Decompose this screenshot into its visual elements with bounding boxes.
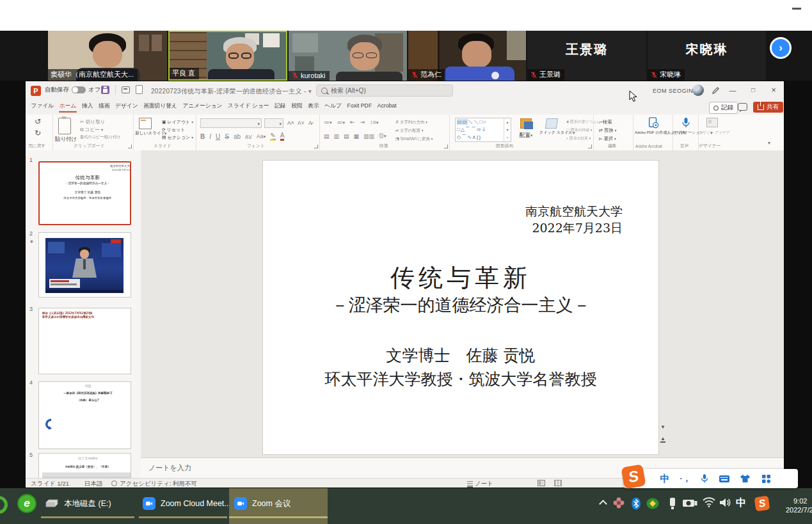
drawing-dialog-launcher[interactable] bbox=[588, 145, 592, 148]
tray-flower-icon[interactable] bbox=[613, 497, 625, 509]
previous-slide-button[interactable]: ▼ bbox=[660, 424, 665, 430]
paste-icon[interactable] bbox=[58, 118, 71, 134]
new-slide-icon[interactable] bbox=[139, 118, 152, 129]
usb-device-icon[interactable] bbox=[668, 497, 677, 510]
tab-animations[interactable]: アニメーション bbox=[182, 102, 223, 113]
decrease-indent-button[interactable]: ⇤ bbox=[350, 119, 355, 125]
replace-button[interactable]: ⇄ 置換 ▾ bbox=[599, 127, 619, 134]
taskbar-item-zoom-cloud-meetings[interactable]: Zoom Cloud Meet... bbox=[138, 488, 228, 519]
close-button[interactable]: × bbox=[765, 83, 782, 97]
comments-icon[interactable] bbox=[738, 103, 747, 111]
numbering-button[interactable]: ≕▾ bbox=[337, 119, 346, 125]
notes-toggle-button[interactable]: ノート bbox=[467, 480, 493, 488]
slide-sorter-view-button[interactable] bbox=[554, 480, 562, 486]
print-icon[interactable] bbox=[122, 86, 130, 93]
slide-counter[interactable]: スライド 1/21 bbox=[31, 480, 69, 488]
slide-thumbnail-3[interactable]: 摘自《人民日报》2012年7月5日第24版和平天谈论中国儒学传承谈话与儒家文化 bbox=[38, 308, 131, 374]
new-slide-button[interactable]: 新しいスライド▾ bbox=[135, 131, 158, 136]
voice-input-icon[interactable] bbox=[697, 469, 712, 488]
justify-button[interactable]: ▦ bbox=[354, 133, 360, 139]
taskbar-item-zoom-meeting[interactable]: Zoom 会议 bbox=[229, 488, 328, 519]
arrange-button[interactable]: 配置▾ bbox=[516, 118, 536, 139]
search-input[interactable]: 検索 (Alt+Q) bbox=[316, 84, 453, 97]
video-tile-participant-5[interactable]: 王景璐 王景璐 bbox=[527, 31, 646, 81]
shrink-font-button[interactable]: A˅ bbox=[298, 120, 305, 126]
taskbar-app-icon-partial[interactable] bbox=[0, 496, 8, 514]
skin-tshirt-icon[interactable] bbox=[736, 469, 753, 488]
bluetooth-icon[interactable] bbox=[631, 497, 641, 510]
bullets-button[interactable]: ≔▾ bbox=[324, 119, 332, 125]
paragraph-dialog-launcher[interactable] bbox=[444, 145, 448, 148]
adobe-pdf-icon[interactable] bbox=[648, 117, 659, 129]
tab-design[interactable]: デザイン bbox=[115, 102, 138, 113]
bold-button[interactable]: B bbox=[200, 133, 205, 140]
360-browser-icon[interactable]: e bbox=[17, 494, 36, 513]
soft-keyboard-icon[interactable] bbox=[716, 469, 733, 488]
font-size-select[interactable]: ▾ bbox=[264, 118, 283, 128]
record-button[interactable]: 記録 bbox=[709, 102, 738, 114]
slide-thumbnail-2[interactable] bbox=[38, 232, 131, 298]
tab-foxit-pdf[interactable]: Foxit PDF bbox=[347, 102, 372, 113]
change-case-button[interactable]: Aa▾ bbox=[257, 133, 266, 139]
font-dialog-launcher[interactable] bbox=[314, 145, 318, 148]
show-hidden-icons-chevron[interactable] bbox=[600, 501, 607, 507]
share-button[interactable]: 共有 bbox=[753, 102, 783, 113]
character-spacing-button[interactable]: A̲V̲ bbox=[245, 134, 252, 139]
user-name[interactable]: EOM SEOGIN bbox=[653, 88, 693, 94]
increase-indent-button[interactable]: ⇥ bbox=[360, 119, 365, 125]
pencil-icon[interactable] bbox=[712, 86, 720, 95]
camera-device-icon[interactable] bbox=[682, 497, 697, 509]
autosave-toggle[interactable]: 自動保存 オフ bbox=[45, 86, 100, 94]
video-tile-participant-3[interactable]: kurotaki bbox=[289, 31, 407, 81]
format-painter-button[interactable]: 書式のコピー/貼り付け bbox=[80, 134, 134, 141]
toolbox-grid-icon[interactable] bbox=[757, 469, 775, 488]
new-document-icon[interactable] bbox=[136, 85, 143, 94]
normal-view-button[interactable] bbox=[537, 480, 545, 486]
redo-icon[interactable]: ↻ bbox=[35, 129, 41, 138]
tab-review[interactable]: 校閲 bbox=[291, 102, 303, 113]
font-color-button[interactable]: A bbox=[280, 132, 285, 141]
dictate-mic-icon[interactable] bbox=[681, 117, 690, 129]
slide-thumbnail-5[interactable]: 拉丁文traditio traditio 原义是〈交付〉、〈引渡〉 bbox=[38, 453, 131, 478]
sogou-logo-icon[interactable]: S bbox=[621, 464, 646, 489]
tab-insert[interactable]: 挿入 bbox=[81, 102, 93, 113]
font-name-select[interactable]: ▾ bbox=[200, 118, 262, 128]
columns-button[interactable]: ▥▥ bbox=[363, 133, 374, 139]
video-tile-participant-2-active-speaker[interactable]: 平良 直 bbox=[168, 31, 287, 81]
adobe-pdf-button[interactable]: Adobe PDF の作成および共有 bbox=[635, 130, 672, 135]
tab-slideshow[interactable]: スライド ショー bbox=[227, 102, 269, 113]
align-text-button[interactable]: ⇄ 文字の配置 ▾ bbox=[395, 127, 433, 134]
clipboard-dialog-launcher[interactable] bbox=[128, 145, 132, 148]
quick-styles-button[interactable]: クイック スタイル▾ bbox=[539, 118, 564, 136]
video-tile-participant-4[interactable]: 范為仁 bbox=[408, 31, 526, 81]
strikethrough-button[interactable]: S bbox=[225, 133, 229, 140]
sogou-tray-icon[interactable]: S bbox=[754, 496, 770, 512]
avatar[interactable] bbox=[692, 84, 704, 96]
undo-icon[interactable]: ↺ bbox=[35, 117, 41, 126]
italic-button[interactable]: I bbox=[209, 133, 211, 140]
underline-button[interactable]: U bbox=[216, 133, 220, 140]
dictate-button[interactable]: ディクテーション▾ bbox=[673, 130, 699, 136]
minimize-button[interactable]: — bbox=[724, 83, 741, 97]
align-right-button[interactable]: ▤ bbox=[344, 133, 349, 139]
text-direction-button[interactable]: ⇵ 文字列の方向 ▾ bbox=[395, 118, 438, 126]
cut-button[interactable]: ✂ 切り取り bbox=[80, 118, 108, 126]
copy-button[interactable]: ⧉ コピー ▾ bbox=[80, 126, 106, 134]
save-icon[interactable] bbox=[101, 86, 109, 94]
find-button[interactable]: ⌕ 検索 bbox=[599, 118, 614, 126]
tray-security-icon[interactable] bbox=[646, 497, 659, 510]
wifi-icon[interactable] bbox=[703, 497, 715, 507]
slide-thumbnail-1[interactable]: 南京航空航天大学2022年7月23日 传统与革新 －涩泽荣一的道德经济合一主义－… bbox=[38, 161, 131, 225]
align-center-button[interactable]: ▥ bbox=[334, 133, 340, 139]
video-tile-participant-6[interactable]: 宋晓琳 宋晓琳 bbox=[648, 31, 766, 81]
tab-help[interactable]: ヘルプ bbox=[324, 102, 342, 113]
grow-font-button[interactable]: A˄ bbox=[287, 120, 294, 126]
speaker-icon[interactable] bbox=[719, 497, 732, 508]
punctuation-mode-icon[interactable]: ·， bbox=[678, 469, 693, 488]
current-slide[interactable]: 南京航空航天大学 2022年7月23日 传统与革新 －涩泽荣一的道德经济合一主义… bbox=[262, 160, 659, 455]
accessibility-status[interactable]: アクセシビリティ: 利用不可 bbox=[120, 480, 197, 488]
taskbar-clock[interactable]: 9:02 2022/7/23 bbox=[786, 496, 812, 514]
tab-file[interactable]: ファイル bbox=[31, 102, 54, 113]
taskbar-item-local-disk[interactable]: 本地磁盘 (E:) bbox=[40, 488, 136, 519]
highlight-button[interactable]: ✎̲ bbox=[270, 132, 275, 141]
